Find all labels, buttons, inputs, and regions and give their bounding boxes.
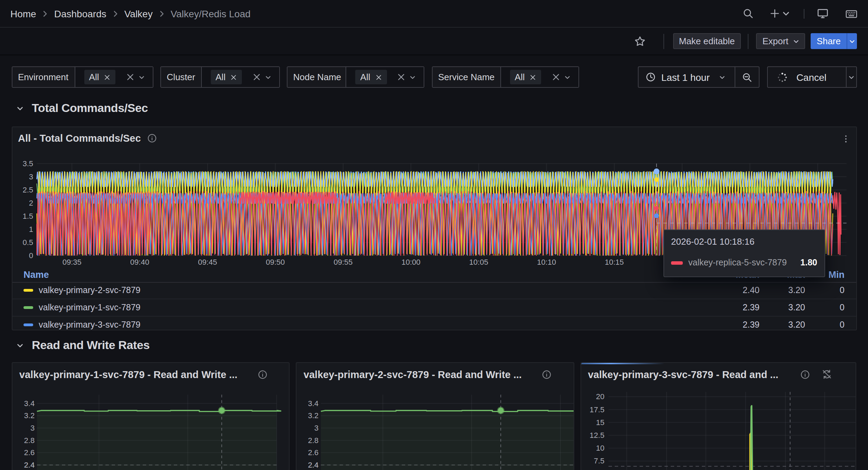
svg-text:2.4: 2.4 [24, 461, 35, 469]
svg-text:2.4: 2.4 [308, 461, 319, 469]
svg-text:1.5: 1.5 [22, 212, 33, 220]
svg-text:3.2: 3.2 [24, 411, 35, 420]
svg-text:10:05: 10:05 [469, 257, 488, 266]
svg-text:3.2: 3.2 [308, 411, 319, 420]
svg-text:20: 20 [596, 392, 604, 401]
svg-text:2.6: 2.6 [24, 448, 35, 457]
svg-text:17.5: 17.5 [589, 405, 604, 414]
svg-text:0.5: 0.5 [22, 238, 33, 246]
svg-text:10:00: 10:00 [401, 257, 420, 266]
svg-text:09:45: 09:45 [198, 257, 217, 266]
svg-text:2: 2 [29, 198, 33, 207]
svg-text:3: 3 [29, 172, 33, 181]
svg-text:0: 0 [29, 251, 33, 260]
svg-text:2.5: 2.5 [22, 185, 33, 194]
svg-text:10: 10 [596, 444, 604, 452]
svg-text:3.4: 3.4 [24, 399, 35, 408]
svg-text:09:35: 09:35 [62, 257, 81, 266]
svg-text:2.8: 2.8 [308, 436, 319, 444]
svg-text:2.8: 2.8 [24, 436, 35, 444]
svg-text:10:15: 10:15 [604, 257, 623, 266]
svg-text:3: 3 [30, 424, 35, 432]
svg-text:3: 3 [314, 424, 319, 432]
svg-text:10:10: 10:10 [537, 257, 556, 266]
svg-text:09:55: 09:55 [333, 257, 352, 266]
svg-text:1: 1 [29, 225, 33, 233]
svg-text:7.5: 7.5 [594, 457, 604, 465]
svg-text:2.6: 2.6 [308, 448, 319, 457]
svg-text:3.5: 3.5 [22, 159, 33, 168]
svg-text:09:50: 09:50 [265, 257, 284, 266]
svg-text:12.5: 12.5 [589, 431, 604, 440]
svg-text:3.4: 3.4 [308, 399, 319, 408]
svg-text:15: 15 [596, 418, 604, 427]
svg-text:09:40: 09:40 [130, 257, 149, 266]
